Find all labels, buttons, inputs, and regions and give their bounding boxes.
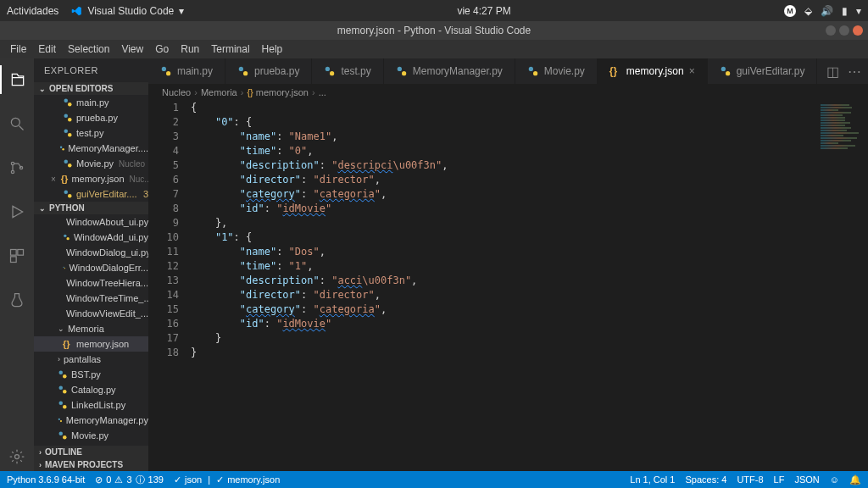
code-line[interactable]: "category": "categoria", — [191, 187, 868, 202]
code-line[interactable]: "time": "1", — [191, 259, 868, 274]
open-editor-item[interactable]: MemoryManager.... — [34, 141, 148, 156]
open-editor-item[interactable]: ×{}memory.jsonNuc... — [34, 171, 148, 186]
close-button[interactable] — [853, 25, 863, 36]
menu-help[interactable]: Help — [257, 42, 288, 57]
more-icon[interactable]: ⋯ — [848, 64, 861, 80]
code-line[interactable]: } — [191, 346, 868, 360]
editor-tab[interactable]: Movie.py — [515, 58, 598, 84]
menu-edit[interactable]: Edit — [33, 42, 61, 57]
status-problems[interactable]: ⊘0 ⚠3 ⓘ139 — [95, 474, 164, 486]
code-line[interactable]: "description": "descripci\u00f3n", — [191, 158, 868, 173]
extensions-tab[interactable] — [0, 241, 34, 270]
code-line[interactable]: "id": "idMovie" — [191, 202, 868, 216]
tree-item[interactable]: WindowViewEdit_... — [34, 306, 148, 321]
outline-section[interactable]: ›OUTLINE — [34, 446, 148, 458]
editor-tab[interactable]: main.py — [148, 58, 225, 84]
open-editors-section[interactable]: ⌄OPEN EDITORS — [34, 82, 148, 95]
run-debug-tab[interactable] — [0, 197, 34, 226]
open-editor-item[interactable]: main.py — [34, 95, 148, 110]
tree-item[interactable]: ⌄Memoria — [34, 321, 148, 336]
source-control-tab[interactable] — [0, 153, 34, 182]
maven-section[interactable]: ›MAVEN PROJECTS — [34, 458, 148, 471]
tree-item[interactable]: WindowDialog_ui.py — [34, 245, 148, 260]
chevron-down-icon[interactable]: ▾ — [856, 5, 861, 17]
split-editor-icon[interactable]: ◫ — [826, 64, 839, 80]
workspace-section[interactable]: ⌄PYTHON — [34, 202, 148, 214]
status-indent[interactable]: Spaces: 4 — [685, 474, 726, 485]
tree-item[interactable]: WindowDialogErr... — [34, 260, 148, 275]
tree-item[interactable]: {}memory.json — [34, 336, 148, 352]
menu-run[interactable]: Run — [175, 42, 204, 57]
code-line[interactable]: { — [191, 101, 868, 115]
svg-point-7 — [15, 455, 19, 459]
breadcrumb-item[interactable]: ... — [319, 87, 326, 97]
tree-item[interactable]: BST.py — [34, 367, 148, 382]
clock[interactable]: vie 4:27 PM — [184, 5, 784, 17]
window-title: memory.json - Python - Visual Studio Cod… — [337, 25, 531, 36]
open-editor-item[interactable]: test.py — [34, 125, 148, 141]
menu-go[interactable]: Go — [150, 42, 174, 57]
editor-tab[interactable]: guiVerEditar.py — [708, 58, 818, 84]
breadcrumb-item[interactable]: Memoria — [201, 87, 237, 97]
breadcrumbs[interactable]: Nucleo › Memoria › {} memory.json › ... — [148, 84, 868, 101]
open-editor-item[interactable]: Movie.pyNucleo — [34, 156, 148, 171]
code-line[interactable]: "category": "categoria", — [191, 302, 868, 317]
status-python[interactable]: Python 3.6.9 64-bit — [7, 474, 85, 485]
code-line[interactable]: "description": "acci\u00f3n", — [191, 274, 868, 288]
wifi-icon[interactable]: ⬙ — [804, 5, 812, 17]
open-editor-item[interactable]: prueba.py — [34, 110, 148, 125]
text-editor[interactable]: 123456789101112131415161718 { "0": { "na… — [148, 101, 868, 471]
tree-item[interactable]: MemoryManager.py — [34, 413, 148, 428]
code-line[interactable]: } — [191, 331, 868, 346]
menu-selection[interactable]: Selection — [63, 42, 114, 57]
testing-tab[interactable] — [0, 286, 34, 314]
menu-file[interactable]: File — [5, 42, 31, 57]
minimize-button[interactable] — [826, 25, 836, 36]
code-line[interactable]: "time": "0", — [191, 144, 868, 158]
code-line[interactable]: "director": "director", — [191, 288, 868, 302]
menu-terminal[interactable]: Terminal — [206, 42, 254, 57]
code-line[interactable]: "0": { — [191, 115, 868, 130]
activities-button[interactable]: Actividades — [7, 5, 58, 17]
editor-tab[interactable]: MemoryManager.py — [384, 58, 515, 84]
explorer-tab[interactable] — [0, 65, 34, 94]
status-eol[interactable]: LF — [774, 474, 785, 485]
code-line[interactable]: "id": "idMovie" — [191, 317, 868, 331]
app-menu[interactable]: Visual Studio Code ▾ — [70, 5, 184, 17]
volume-icon[interactable]: 🔊 — [821, 5, 833, 17]
m-indicator-icon[interactable]: M — [784, 5, 796, 17]
menu-view[interactable]: View — [116, 42, 148, 57]
editor-tab[interactable]: {}memory.json× — [598, 58, 708, 84]
code-line[interactable]: "1": { — [191, 230, 868, 245]
battery-icon[interactable]: ▮ — [842, 5, 848, 17]
code-line[interactable]: "name": "Name1", — [191, 130, 868, 144]
tree-item[interactable]: LinkedList.py — [34, 397, 148, 413]
breadcrumb-item[interactable]: Nucleo — [162, 87, 191, 97]
maximize-button[interactable] — [839, 25, 849, 36]
status-language[interactable]: JSON — [794, 474, 819, 485]
tree-item[interactable]: WindowAdd_ui.py — [34, 230, 148, 245]
bell-icon[interactable]: 🔔 — [849, 474, 861, 485]
minimap[interactable] — [817, 101, 868, 471]
tree-item[interactable]: WindowTreeTime_... — [34, 291, 148, 306]
tree-item[interactable]: ›pantallas — [34, 352, 148, 367]
editor-tab[interactable]: test.py — [312, 58, 383, 84]
open-editor-item[interactable]: guiVerEditar....3 — [34, 186, 148, 202]
status-schema[interactable]: ✓json | ✓memory.json — [174, 474, 280, 485]
close-icon[interactable]: × — [51, 175, 56, 184]
code-line[interactable]: "name": "Dos", — [191, 245, 868, 259]
editor-tab[interactable]: prueba.py — [225, 58, 312, 84]
tree-item[interactable]: WindowTreeHiera... — [34, 275, 148, 291]
code-line[interactable]: }, — [191, 216, 868, 230]
tree-item[interactable]: WindowAbout_ui.py — [34, 214, 148, 230]
status-cursor[interactable]: Ln 1, Col 1 — [630, 474, 675, 485]
search-tab[interactable] — [0, 109, 34, 138]
settings-gear-icon[interactable] — [0, 442, 34, 471]
code-line[interactable]: "director": "director", — [191, 173, 868, 187]
close-icon[interactable]: × — [689, 65, 695, 77]
feedback-icon[interactable]: ☺ — [830, 474, 839, 485]
tree-item[interactable]: Catalog.py — [34, 382, 148, 397]
tree-item[interactable]: Movie.py — [34, 428, 148, 443]
breadcrumb-item[interactable]: {} memory.json — [247, 87, 309, 97]
status-encoding[interactable]: UTF-8 — [737, 474, 763, 485]
